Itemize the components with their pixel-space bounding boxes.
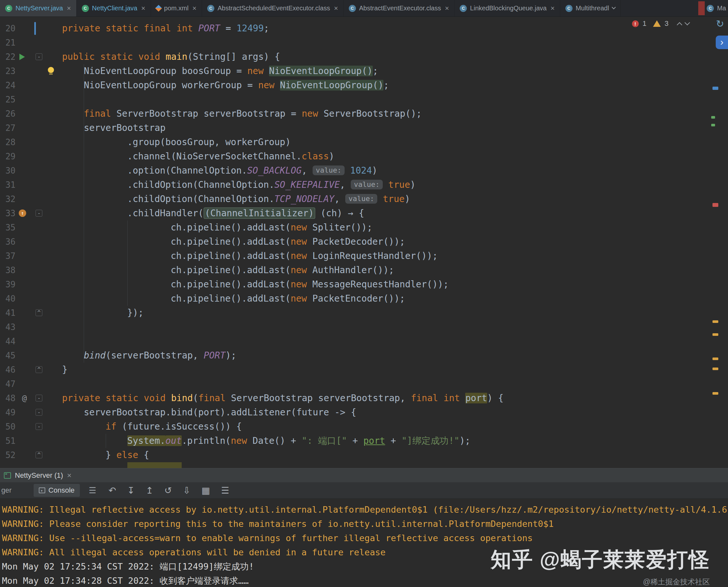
- line-number[interactable]: 21: [0, 36, 16, 50]
- chevron-down-icon[interactable]: [612, 5, 616, 9]
- gutter[interactable]: [16, 121, 62, 135]
- code-text[interactable]: });: [62, 306, 728, 320]
- menu-icon[interactable]: ☰: [89, 486, 96, 495]
- line-number[interactable]: 48: [0, 391, 16, 405]
- code-text[interactable]: NioEventLoopGroup workerGroup = new NioE…: [62, 78, 728, 92]
- line-number[interactable]: 27: [0, 121, 16, 135]
- tab-close-icon[interactable]: ×: [550, 4, 555, 13]
- settings-lines-icon[interactable]: ☰: [221, 485, 229, 496]
- code-text[interactable]: [62, 36, 728, 50]
- code-text[interactable]: ch.pipeline().addLast(new PacketDecoder(…: [62, 235, 728, 249]
- gutter[interactable]: [16, 149, 62, 164]
- code-text[interactable]: serverBootstrap.bind(port).addListener(f…: [62, 405, 728, 420]
- editor-tab[interactable]: CNettyServer.java×: [0, 0, 77, 17]
- gutter[interactable]: [16, 64, 62, 78]
- fold-marker-icon[interactable]: -: [36, 210, 42, 216]
- fold-end-marker-icon[interactable]: ^: [36, 451, 42, 459]
- line-number[interactable]: 52: [0, 448, 16, 462]
- code-text[interactable]: if (future.isSuccess()) {: [62, 420, 728, 434]
- tab-close-icon[interactable]: ×: [192, 4, 196, 13]
- gutter[interactable]: [16, 263, 62, 277]
- gutter[interactable]: [16, 164, 62, 178]
- line-number[interactable]: 28: [0, 135, 16, 149]
- restart-icon[interactable]: ↺: [164, 485, 172, 496]
- code-text[interactable]: private static final int PORT = 12499;: [62, 21, 728, 36]
- line-number[interactable]: 44: [0, 334, 16, 349]
- code-text[interactable]: .option(ChannelOption.SO_BACKLOG, value:…: [62, 164, 728, 178]
- editor-tab[interactable]: pom.xml×: [151, 0, 202, 17]
- line-number[interactable]: 33: [0, 206, 16, 220]
- gutter[interactable]: ^: [16, 306, 62, 320]
- run-tab-label[interactable]: NettyServer (1): [15, 471, 63, 480]
- chevron-down-icon[interactable]: [685, 20, 690, 26]
- line-number[interactable]: 40: [0, 291, 16, 306]
- gutter[interactable]: [16, 220, 62, 235]
- gutter[interactable]: [16, 36, 62, 50]
- line-number[interactable]: 43: [0, 320, 16, 334]
- line-number[interactable]: 35: [0, 220, 16, 235]
- fold-end-marker-icon[interactable]: ^: [36, 366, 42, 373]
- implementation-marker-icon[interactable]: ↑: [19, 209, 26, 217]
- gutter[interactable]: [16, 320, 62, 334]
- gutter[interactable]: [16, 135, 62, 149]
- gutter[interactable]: @-: [16, 391, 62, 405]
- gutter[interactable]: [16, 277, 62, 291]
- line-number[interactable]: 30: [0, 164, 16, 178]
- line-number[interactable]: 24: [0, 78, 16, 92]
- code-text[interactable]: NioEventLoopGroup boosGroup = new NioEve…: [62, 64, 728, 78]
- error-stripe[interactable]: [709, 17, 728, 468]
- line-number[interactable]: 22: [0, 50, 16, 64]
- code-text[interactable]: ch.pipeline().addLast(new LoginRequestHa…: [62, 249, 728, 263]
- code-text[interactable]: public static void main(String[] args) {: [62, 50, 728, 64]
- gutter[interactable]: [16, 21, 62, 36]
- gutter[interactable]: [16, 192, 62, 206]
- fold-marker-icon[interactable]: -: [36, 423, 42, 430]
- gutter[interactable]: [16, 235, 62, 249]
- intention-bulb-icon[interactable]: [48, 67, 54, 73]
- code-text[interactable]: ch.pipeline().addLast(new AuthHandler())…: [62, 263, 728, 277]
- fold-end-marker-icon[interactable]: ^: [36, 309, 42, 316]
- gutter[interactable]: [16, 92, 62, 107]
- gutter[interactable]: [16, 349, 62, 363]
- line-number[interactable]: 46: [0, 363, 16, 377]
- code-text[interactable]: .group(boosGroup, workerGroup): [62, 135, 728, 149]
- gutter[interactable]: [16, 78, 62, 92]
- console-tab[interactable]: ▸ Console: [33, 484, 80, 497]
- inspections-widget[interactable]: 1 3: [632, 19, 689, 28]
- code-text[interactable]: [62, 92, 728, 107]
- tab-close-icon[interactable]: ×: [141, 4, 145, 13]
- tab-close-icon[interactable]: ×: [334, 4, 338, 13]
- fold-marker-icon[interactable]: -: [36, 53, 42, 60]
- code-text[interactable]: private static void bind(final ServerBoo…: [62, 391, 728, 405]
- code-text[interactable]: ch.pipeline().addLast(new PacketEncoder(…: [62, 291, 728, 306]
- editor-tab[interactable]: CAbstractScheduledEventExecutor.class×: [202, 0, 344, 17]
- code-text[interactable]: ch.pipeline().addLast(new MessageRequest…: [62, 277, 728, 291]
- code-text[interactable]: ch.pipeline().addLast(new Spliter());: [62, 220, 728, 235]
- code-text[interactable]: [62, 334, 728, 349]
- gutter[interactable]: -: [16, 420, 62, 434]
- line-number[interactable]: 23: [0, 64, 16, 78]
- line-number[interactable]: 32: [0, 192, 16, 206]
- line-number[interactable]: 51: [0, 434, 16, 448]
- gutter[interactable]: [16, 107, 62, 121]
- code-text[interactable]: [62, 320, 728, 334]
- code-text[interactable]: System.out.println(new Date() + ": 端口[" …: [62, 434, 728, 448]
- code-text[interactable]: .childOption(ChannelOption.SO_KEEPALIVE,…: [62, 178, 728, 192]
- editor-tab[interactable]: CLinkedBlockingQueue.java×: [454, 0, 560, 17]
- line-number[interactable]: 36: [0, 235, 16, 249]
- code-text[interactable]: } else {: [62, 448, 728, 462]
- line-number[interactable]: 45: [0, 349, 16, 363]
- gutter[interactable]: [16, 334, 62, 349]
- console-output[interactable]: WARNING: Illegal reflective access by io…: [0, 499, 728, 587]
- gutter[interactable]: ^: [16, 363, 62, 377]
- run-button[interactable]: [19, 54, 25, 60]
- editor-tab[interactable]: CMa: [705, 0, 728, 17]
- code-text[interactable]: .channel(NioServerSocketChannel.class): [62, 149, 728, 164]
- line-number[interactable]: 41: [0, 306, 16, 320]
- gutter[interactable]: [16, 377, 62, 391]
- gutter[interactable]: -: [16, 50, 62, 64]
- line-number[interactable]: 47: [0, 377, 16, 391]
- tab-close-icon[interactable]: ×: [445, 4, 449, 13]
- tab-close-icon[interactable]: ×: [67, 4, 71, 13]
- line-number[interactable]: 26: [0, 107, 16, 121]
